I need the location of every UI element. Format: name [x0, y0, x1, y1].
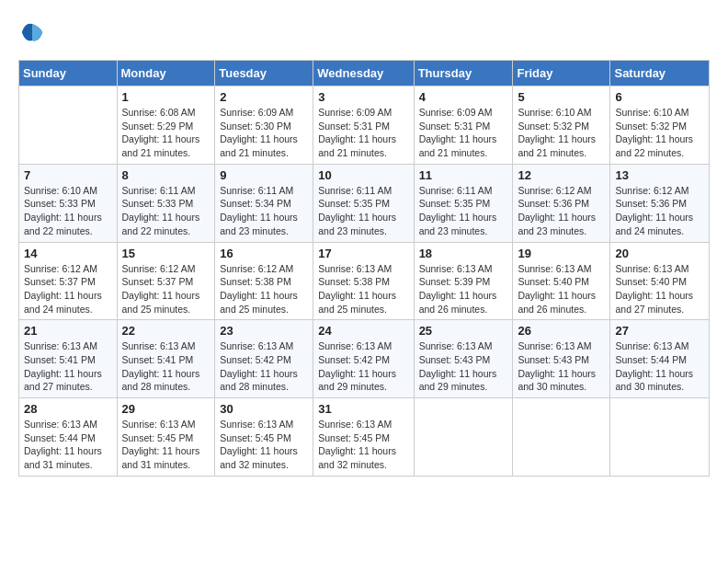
cell-info: Sunrise: 6:13 AMSunset: 5:40 PMDaylight:…	[518, 262, 605, 316]
weekday-friday: Friday	[513, 61, 610, 86]
cell-info: Sunrise: 6:12 AMSunset: 5:37 PMDaylight:…	[24, 262, 112, 316]
day-number: 3	[318, 90, 408, 104]
day-number: 18	[419, 247, 508, 260]
day-number: 23	[220, 324, 308, 338]
cell-info: Sunrise: 6:13 AMSunset: 5:42 PMDaylight:…	[318, 339, 408, 394]
calendar-cell: 20Sunrise: 6:13 AMSunset: 5:40 PMDayligh…	[610, 242, 710, 320]
calendar-cell: 7Sunrise: 6:10 AMSunset: 5:33 PMDaylight…	[19, 164, 118, 242]
weekday-tuesday: Tuesday	[215, 61, 313, 86]
calendar-cell: 5Sunrise: 6:10 AMSunset: 5:32 PMDaylight…	[513, 86, 610, 165]
day-number: 21	[24, 324, 112, 338]
day-number: 10	[318, 168, 408, 182]
calendar-cell: 9Sunrise: 6:11 AMSunset: 5:34 PMDaylight…	[215, 164, 313, 242]
cell-info: Sunrise: 6:11 AMSunset: 5:35 PMDaylight:…	[419, 184, 508, 238]
logo-icon	[18, 18, 46, 46]
weekday-sunday: Sunday	[19, 61, 118, 86]
cell-info: Sunrise: 6:13 AMSunset: 5:42 PMDaylight:…	[220, 339, 308, 394]
day-number: 30	[220, 402, 308, 416]
day-number: 19	[518, 247, 605, 260]
calendar-body: 1Sunrise: 6:08 AMSunset: 5:29 PMDaylight…	[19, 86, 710, 477]
calendar-cell: 6Sunrise: 6:10 AMSunset: 5:32 PMDaylight…	[610, 86, 710, 165]
day-number: 16	[220, 247, 308, 260]
cell-info: Sunrise: 6:12 AMSunset: 5:36 PMDaylight:…	[615, 184, 704, 238]
cell-info: Sunrise: 6:13 AMSunset: 5:43 PMDaylight:…	[518, 339, 605, 394]
cell-info: Sunrise: 6:13 AMSunset: 5:45 PMDaylight:…	[122, 418, 210, 472]
logo	[18, 18, 51, 46]
weekday-monday: Monday	[117, 61, 215, 86]
weekday-header-row: SundayMondayTuesdayWednesdayThursdayFrid…	[19, 61, 710, 86]
weekday-saturday: Saturday	[610, 61, 710, 86]
day-number: 5	[518, 90, 605, 104]
calendar-week-2: 7Sunrise: 6:10 AMSunset: 5:33 PMDaylight…	[19, 164, 710, 242]
cell-info: Sunrise: 6:13 AMSunset: 5:45 PMDaylight:…	[318, 418, 408, 472]
cell-info: Sunrise: 6:13 AMSunset: 5:41 PMDaylight:…	[24, 339, 112, 394]
cell-info: Sunrise: 6:10 AMSunset: 5:32 PMDaylight:…	[518, 106, 605, 160]
cell-info: Sunrise: 6:10 AMSunset: 5:32 PMDaylight:…	[615, 106, 704, 160]
calendar-cell: 25Sunrise: 6:13 AMSunset: 5:43 PMDayligh…	[414, 320, 513, 398]
cell-info: Sunrise: 6:09 AMSunset: 5:31 PMDaylight:…	[419, 106, 508, 160]
weekday-wednesday: Wednesday	[313, 61, 414, 86]
day-number: 14	[24, 247, 112, 260]
day-number: 28	[24, 402, 112, 416]
cell-info: Sunrise: 6:13 AMSunset: 5:40 PMDaylight:…	[615, 262, 704, 316]
calendar-cell: 28Sunrise: 6:13 AMSunset: 5:44 PMDayligh…	[19, 398, 118, 477]
cell-info: Sunrise: 6:11 AMSunset: 5:34 PMDaylight:…	[220, 184, 308, 238]
day-number: 27	[615, 324, 704, 338]
day-number: 2	[220, 90, 308, 104]
day-number: 24	[318, 324, 408, 338]
cell-info: Sunrise: 6:10 AMSunset: 5:33 PMDaylight:…	[24, 184, 112, 238]
calendar-cell: 3Sunrise: 6:09 AMSunset: 5:31 PMDaylight…	[313, 86, 414, 165]
cell-info: Sunrise: 6:13 AMSunset: 5:43 PMDaylight:…	[419, 339, 508, 394]
cell-info: Sunrise: 6:13 AMSunset: 5:39 PMDaylight:…	[419, 262, 508, 316]
day-number: 6	[615, 90, 704, 104]
calendar-cell: 15Sunrise: 6:12 AMSunset: 5:37 PMDayligh…	[117, 242, 215, 320]
day-number: 12	[518, 168, 605, 182]
calendar-cell: 26Sunrise: 6:13 AMSunset: 5:43 PMDayligh…	[513, 320, 610, 398]
calendar-week-3: 14Sunrise: 6:12 AMSunset: 5:37 PMDayligh…	[19, 242, 710, 320]
calendar-cell: 12Sunrise: 6:12 AMSunset: 5:36 PMDayligh…	[513, 164, 610, 242]
day-number: 29	[122, 402, 210, 416]
day-number: 4	[419, 90, 508, 104]
cell-info: Sunrise: 6:09 AMSunset: 5:31 PMDaylight:…	[318, 106, 408, 160]
day-number: 11	[419, 168, 508, 182]
calendar-cell: 27Sunrise: 6:13 AMSunset: 5:44 PMDayligh…	[610, 320, 710, 398]
page-header	[18, 18, 710, 46]
calendar-cell: 23Sunrise: 6:13 AMSunset: 5:42 PMDayligh…	[215, 320, 313, 398]
calendar-week-4: 21Sunrise: 6:13 AMSunset: 5:41 PMDayligh…	[19, 320, 710, 398]
calendar-cell	[513, 398, 610, 477]
day-number: 8	[122, 168, 210, 182]
cell-info: Sunrise: 6:13 AMSunset: 5:41 PMDaylight:…	[122, 339, 210, 394]
calendar-cell: 4Sunrise: 6:09 AMSunset: 5:31 PMDaylight…	[414, 86, 513, 165]
calendar-cell: 17Sunrise: 6:13 AMSunset: 5:38 PMDayligh…	[313, 242, 414, 320]
calendar-cell: 16Sunrise: 6:12 AMSunset: 5:38 PMDayligh…	[215, 242, 313, 320]
calendar-cell: 24Sunrise: 6:13 AMSunset: 5:42 PMDayligh…	[313, 320, 414, 398]
day-number: 7	[24, 168, 112, 182]
calendar-cell: 31Sunrise: 6:13 AMSunset: 5:45 PMDayligh…	[313, 398, 414, 477]
calendar-cell	[414, 398, 513, 477]
calendar-cell: 14Sunrise: 6:12 AMSunset: 5:37 PMDayligh…	[19, 242, 118, 320]
day-number: 17	[318, 247, 408, 260]
cell-info: Sunrise: 6:13 AMSunset: 5:44 PMDaylight:…	[24, 418, 112, 472]
day-number: 22	[122, 324, 210, 338]
day-number: 15	[122, 247, 210, 260]
calendar-cell: 30Sunrise: 6:13 AMSunset: 5:45 PMDayligh…	[215, 398, 313, 477]
calendar-week-1: 1Sunrise: 6:08 AMSunset: 5:29 PMDaylight…	[19, 86, 710, 165]
day-number: 9	[220, 168, 308, 182]
cell-info: Sunrise: 6:12 AMSunset: 5:38 PMDaylight:…	[220, 262, 308, 316]
day-number: 26	[518, 324, 605, 338]
day-number: 31	[318, 402, 408, 416]
day-number: 25	[419, 324, 508, 338]
weekday-thursday: Thursday	[414, 61, 513, 86]
calendar-cell: 8Sunrise: 6:11 AMSunset: 5:33 PMDaylight…	[117, 164, 215, 242]
calendar-cell: 11Sunrise: 6:11 AMSunset: 5:35 PMDayligh…	[414, 164, 513, 242]
calendar-cell: 2Sunrise: 6:09 AMSunset: 5:30 PMDaylight…	[215, 86, 313, 165]
cell-info: Sunrise: 6:13 AMSunset: 5:45 PMDaylight:…	[220, 418, 308, 472]
cell-info: Sunrise: 6:11 AMSunset: 5:33 PMDaylight:…	[122, 184, 210, 238]
calendar-header: SundayMondayTuesdayWednesdayThursdayFrid…	[19, 61, 710, 86]
cell-info: Sunrise: 6:13 AMSunset: 5:44 PMDaylight:…	[615, 339, 704, 394]
calendar: SundayMondayTuesdayWednesdayThursdayFrid…	[18, 60, 710, 477]
calendar-cell: 19Sunrise: 6:13 AMSunset: 5:40 PMDayligh…	[513, 242, 610, 320]
cell-info: Sunrise: 6:09 AMSunset: 5:30 PMDaylight:…	[220, 106, 308, 160]
calendar-cell: 22Sunrise: 6:13 AMSunset: 5:41 PMDayligh…	[117, 320, 215, 398]
day-number: 20	[615, 247, 704, 260]
